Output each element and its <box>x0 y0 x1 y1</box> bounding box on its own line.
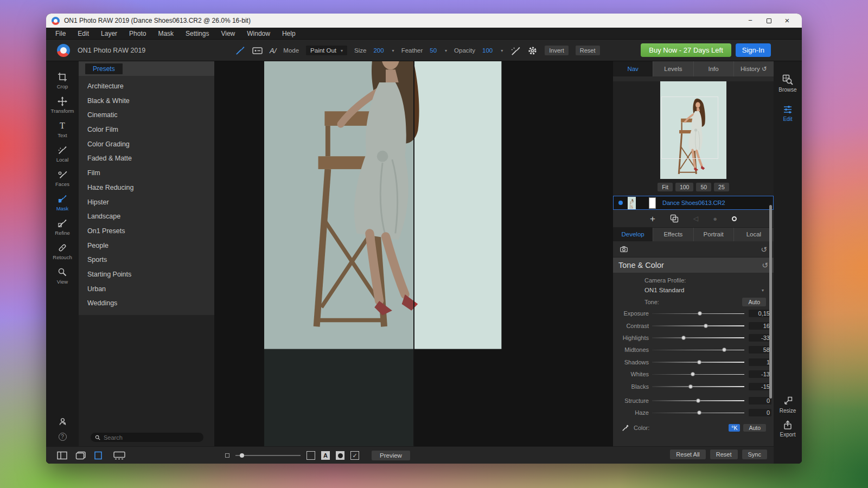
camera-icon[interactable] <box>620 245 628 254</box>
size-value[interactable]: 200 <box>373 47 384 54</box>
whites-slider[interactable] <box>652 371 744 377</box>
tool-refine[interactable]: Refine <box>46 219 79 243</box>
duplicate-layer-icon[interactable] <box>670 214 679 223</box>
feather-value[interactable]: 50 <box>430 47 437 54</box>
preset-category-starting-points[interactable]: Starting Points <box>79 267 214 282</box>
windows-view-icon[interactable] <box>75 451 86 460</box>
gradient-mask-icon[interactable] <box>252 47 263 55</box>
preset-category-haze-reducing[interactable]: Haze Reducing <box>79 181 214 195</box>
shadows-slider[interactable] <box>652 359 744 365</box>
tab-effects[interactable]: Effects <box>653 228 693 241</box>
reset-button[interactable]: Reset <box>710 450 738 459</box>
preview-button[interactable]: Preview <box>372 451 410 460</box>
before-after-divider[interactable] <box>413 61 414 446</box>
gear-icon[interactable] <box>527 46 538 56</box>
slider-handle[interactable] <box>688 384 693 389</box>
haze-value[interactable]: 0 <box>749 409 771 416</box>
ai-mask-icon[interactable]: A/ <box>270 47 276 55</box>
menu-view[interactable]: View <box>215 28 241 40</box>
tone-auto-button[interactable]: Auto <box>742 298 766 306</box>
layer-visibility-dot[interactable] <box>618 201 623 205</box>
preset-category-sports[interactable]: Sports <box>79 253 214 267</box>
dock-browse[interactable]: Browse <box>774 74 802 93</box>
exposure-value[interactable]: 0,15 <box>749 310 771 317</box>
tab-info[interactable]: Info <box>694 61 734 76</box>
slider-handle[interactable] <box>697 410 701 415</box>
reset-mask-button[interactable]: Reset <box>576 46 600 55</box>
minimize-button[interactable]: − <box>741 14 760 28</box>
zoom-fit-button[interactable]: Fit <box>658 183 673 191</box>
structure-value[interactable]: 0 <box>749 397 771 404</box>
tab-history[interactable]: History ↺ <box>734 61 774 76</box>
menu-mask[interactable]: Mask <box>152 28 180 40</box>
highlights-value[interactable]: -33 <box>749 334 771 342</box>
invert-button[interactable]: Invert <box>545 46 569 55</box>
midtones-value[interactable]: 58 <box>749 346 771 354</box>
original-view-button[interactable] <box>307 451 315 460</box>
slider-handle[interactable] <box>697 360 701 364</box>
sign-in-button[interactable]: Sign-In <box>736 43 771 57</box>
menu-edit[interactable]: Edit <box>72 28 95 40</box>
preset-category-hipster[interactable]: Hipster <box>79 195 214 210</box>
paint-brush-icon[interactable] <box>235 46 245 56</box>
contrast-value[interactable]: 16 <box>749 322 771 330</box>
buy-now-button[interactable]: Buy Now - 27 Days Left <box>641 43 731 57</box>
chevron-down-icon[interactable]: ▾ <box>501 48 503 53</box>
reset-develop-icon[interactable]: ↺ <box>761 245 767 254</box>
layer-mask-thumbnail[interactable] <box>649 197 656 209</box>
midtones-slider[interactable] <box>652 347 744 352</box>
preset-category-black-white[interactable]: Black & White <box>79 94 214 108</box>
account-icon[interactable] <box>58 417 67 426</box>
tool-local[interactable]: Local <box>46 145 79 170</box>
menu-photo[interactable]: Photo <box>123 28 152 40</box>
perfect-brush-icon[interactable] <box>510 46 520 56</box>
canvas-zoom-slider[interactable] <box>235 453 301 458</box>
reset-all-button[interactable]: Reset All <box>670 450 705 459</box>
navigator-thumbnail[interactable] <box>660 81 726 179</box>
left-panel-toggle-icon[interactable] <box>94 451 105 460</box>
sync-button[interactable]: Sync <box>742 450 767 459</box>
zoom-100-button[interactable]: 100 <box>675 183 694 191</box>
whites-value[interactable]: -13 <box>749 370 771 378</box>
contrast-slider[interactable] <box>652 323 744 329</box>
zoom-25-button[interactable]: 25 <box>714 183 729 191</box>
chevron-down-icon[interactable]: ▾ <box>445 48 447 53</box>
blacks-slider[interactable] <box>652 384 744 389</box>
slider-handle[interactable] <box>681 336 686 340</box>
slider-handle[interactable] <box>704 324 708 328</box>
navigator-view-rectangle[interactable] <box>661 97 718 159</box>
camera-profile-dropdown[interactable]: ON1 Standard ▾ <box>613 285 774 296</box>
menu-help[interactable]: Help <box>276 28 302 40</box>
preset-category-architecture[interactable]: Architecture <box>79 79 214 94</box>
color-auto-button[interactable]: Auto <box>743 424 766 432</box>
help-icon[interactable]: ? <box>59 433 67 441</box>
preset-category-people[interactable]: People <box>79 239 214 253</box>
reset-tone-color-icon[interactable]: ↺ <box>762 261 768 269</box>
highlights-slider[interactable] <box>652 335 744 341</box>
preset-category-weddings[interactable]: Weddings <box>79 296 214 311</box>
search-input[interactable] <box>104 434 190 441</box>
menu-window[interactable]: Window <box>241 28 276 40</box>
tool-text[interactable]: T Text <box>46 121 79 145</box>
blacks-value[interactable]: -15 <box>749 383 771 390</box>
chevron-down-icon[interactable]: ▾ <box>392 48 394 53</box>
filmstrip-toggle-icon[interactable] <box>113 451 125 460</box>
tab-local-panel[interactable]: Local <box>734 228 774 241</box>
compare-view-button[interactable]: A <box>321 451 330 460</box>
menu-layer[interactable]: Layer <box>95 28 123 40</box>
eyedropper-icon[interactable] <box>622 424 629 432</box>
mask-target-icon[interactable] <box>732 216 737 221</box>
opacity-value[interactable]: 100 <box>482 47 493 54</box>
photo-canvas[interactable] <box>264 61 612 446</box>
preset-category-faded-matte[interactable]: Faded & Matte <box>79 151 214 166</box>
preset-category-cinematic[interactable]: Cinematic <box>79 108 214 123</box>
preset-category-color-grading[interactable]: Color Grading <box>79 137 214 152</box>
haze-slider[interactable] <box>652 410 744 415</box>
add-layer-icon[interactable]: + <box>650 214 655 223</box>
dock-export[interactable]: Export <box>774 420 802 438</box>
slider-handle[interactable] <box>722 348 726 352</box>
preset-category-film[interactable]: Film <box>79 166 214 181</box>
preset-category-color-film[interactable]: Color Film <box>79 123 214 137</box>
tab-develop[interactable]: Develop <box>613 228 653 241</box>
tab-levels[interactable]: Levels <box>653 61 693 76</box>
